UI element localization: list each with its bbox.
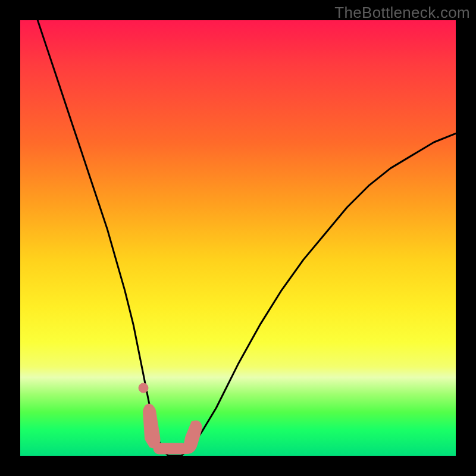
bottleneck-curve	[37, 20, 456, 456]
pink-right-lobe	[187, 425, 198, 450]
watermark-text: TheBottleneck.com	[334, 4, 470, 22]
plot-area	[20, 20, 456, 456]
pink-dot-icon	[139, 383, 148, 393]
chart-overlay	[20, 20, 456, 456]
pink-left-lobe	[147, 408, 156, 444]
outer-frame: TheBottleneck.com	[0, 0, 476, 476]
